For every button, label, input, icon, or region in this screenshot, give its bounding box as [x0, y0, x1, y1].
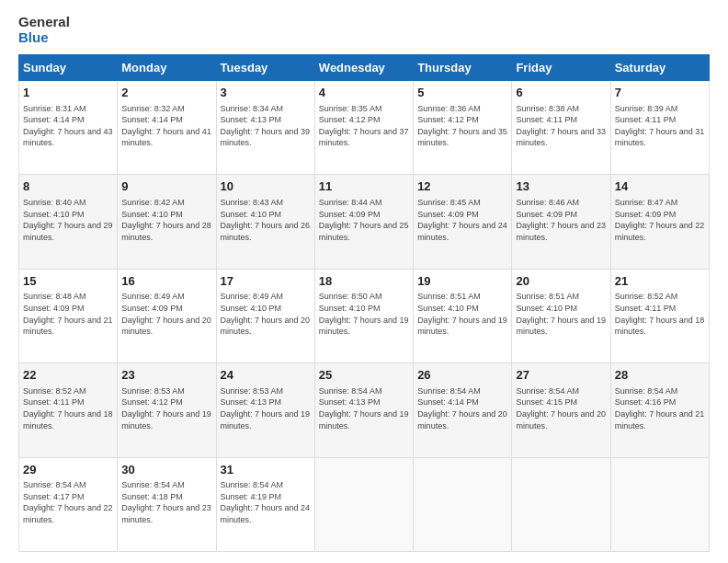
- day-number: 1: [23, 85, 113, 101]
- weekday-header-wednesday: Wednesday: [314, 55, 413, 81]
- logo: General Blue General Blue: [18, 15, 70, 45]
- calendar-cell: 9Sunrise: 8:42 AM Sunset: 4:10 PM Daylig…: [118, 175, 216, 269]
- weekday-header-saturday: Saturday: [610, 55, 709, 81]
- day-number: 22: [23, 367, 113, 384]
- calendar-cell: 27Sunrise: 8:54 AM Sunset: 4:15 PM Dayli…: [512, 363, 610, 457]
- day-number: 8: [23, 178, 113, 195]
- calendar-cell: 2Sunrise: 8:32 AM Sunset: 4:14 PM Daylig…: [118, 81, 216, 175]
- day-number: 30: [121, 462, 211, 478]
- day-info: Sunrise: 8:54 AM Sunset: 4:13 PM Dayligh…: [319, 385, 409, 431]
- day-info: Sunrise: 8:54 AM Sunset: 4:16 PM Dayligh…: [615, 385, 705, 431]
- weekday-header-tuesday: Tuesday: [216, 55, 314, 81]
- weekday-header-row: SundayMondayTuesdayWednesdayThursdayFrid…: [19, 55, 710, 81]
- calendar-week-row: 22Sunrise: 8:52 AM Sunset: 4:11 PM Dayli…: [19, 363, 710, 457]
- day-info: Sunrise: 8:40 AM Sunset: 4:10 PM Dayligh…: [23, 197, 113, 243]
- calendar-cell: 16Sunrise: 8:49 AM Sunset: 4:09 PM Dayli…: [118, 269, 216, 362]
- day-info: Sunrise: 8:54 AM Sunset: 4:18 PM Dayligh…: [121, 479, 211, 525]
- day-info: Sunrise: 8:36 AM Sunset: 4:12 PM Dayligh…: [417, 103, 507, 149]
- calendar-cell: 29Sunrise: 8:54 AM Sunset: 4:17 PM Dayli…: [19, 457, 118, 551]
- calendar-cell: [512, 457, 610, 551]
- day-info: Sunrise: 8:43 AM Sunset: 4:10 PM Dayligh…: [221, 197, 311, 243]
- day-number: 5: [417, 85, 507, 101]
- calendar-cell: 18Sunrise: 8:50 AM Sunset: 4:10 PM Dayli…: [314, 269, 413, 362]
- calendar-week-row: 15Sunrise: 8:48 AM Sunset: 4:09 PM Dayli…: [19, 269, 710, 362]
- day-info: Sunrise: 8:54 AM Sunset: 4:14 PM Dayligh…: [417, 385, 507, 431]
- day-info: Sunrise: 8:54 AM Sunset: 4:17 PM Dayligh…: [23, 479, 113, 525]
- day-info: Sunrise: 8:51 AM Sunset: 4:10 PM Dayligh…: [417, 291, 507, 337]
- calendar-cell: 4Sunrise: 8:35 AM Sunset: 4:12 PM Daylig…: [314, 81, 413, 175]
- calendar-cell: 31Sunrise: 8:54 AM Sunset: 4:19 PM Dayli…: [216, 457, 314, 551]
- day-info: Sunrise: 8:38 AM Sunset: 4:11 PM Dayligh…: [516, 103, 606, 149]
- calendar-cell: 24Sunrise: 8:53 AM Sunset: 4:13 PM Dayli…: [216, 363, 314, 457]
- day-number: 26: [417, 367, 507, 384]
- day-info: Sunrise: 8:35 AM Sunset: 4:12 PM Dayligh…: [319, 103, 409, 149]
- day-info: Sunrise: 8:47 AM Sunset: 4:09 PM Dayligh…: [615, 197, 705, 243]
- day-info: Sunrise: 8:54 AM Sunset: 4:19 PM Dayligh…: [221, 479, 311, 525]
- weekday-header-monday: Monday: [118, 55, 216, 81]
- logo-general: General: [18, 15, 70, 30]
- calendar-cell: 6Sunrise: 8:38 AM Sunset: 4:11 PM Daylig…: [512, 81, 610, 175]
- day-info: Sunrise: 8:48 AM Sunset: 4:09 PM Dayligh…: [23, 291, 113, 337]
- day-info: Sunrise: 8:45 AM Sunset: 4:09 PM Dayligh…: [417, 197, 507, 243]
- calendar-cell: 23Sunrise: 8:53 AM Sunset: 4:12 PM Dayli…: [118, 363, 216, 457]
- calendar-week-row: 29Sunrise: 8:54 AM Sunset: 4:17 PM Dayli…: [19, 457, 710, 551]
- day-info: Sunrise: 8:52 AM Sunset: 4:11 PM Dayligh…: [23, 385, 113, 431]
- calendar-cell: 30Sunrise: 8:54 AM Sunset: 4:18 PM Dayli…: [118, 457, 216, 551]
- day-number: 20: [516, 273, 606, 290]
- day-info: Sunrise: 8:53 AM Sunset: 4:12 PM Dayligh…: [121, 385, 211, 431]
- calendar-cell: 10Sunrise: 8:43 AM Sunset: 4:10 PM Dayli…: [216, 175, 314, 269]
- calendar-week-row: 8Sunrise: 8:40 AM Sunset: 4:10 PM Daylig…: [19, 175, 710, 269]
- day-info: Sunrise: 8:49 AM Sunset: 4:09 PM Dayligh…: [121, 291, 211, 337]
- day-number: 25: [319, 367, 409, 384]
- day-number: 9: [121, 178, 211, 195]
- day-number: 16: [121, 273, 211, 290]
- day-number: 29: [23, 462, 113, 478]
- day-info: Sunrise: 8:44 AM Sunset: 4:09 PM Dayligh…: [319, 197, 409, 243]
- day-number: 14: [615, 178, 705, 195]
- calendar-cell: 12Sunrise: 8:45 AM Sunset: 4:09 PM Dayli…: [414, 175, 512, 269]
- weekday-header-friday: Friday: [512, 55, 610, 81]
- calendar-cell: 17Sunrise: 8:49 AM Sunset: 4:10 PM Dayli…: [216, 269, 314, 362]
- day-number: 18: [319, 273, 409, 290]
- day-number: 28: [615, 367, 705, 384]
- page: General Blue General Blue SundayMondayTu…: [0, 0, 728, 563]
- weekday-header-thursday: Thursday: [414, 55, 512, 81]
- header: General Blue General Blue: [18, 15, 710, 45]
- logo-blue: Blue: [18, 30, 70, 46]
- calendar-cell: [610, 457, 709, 551]
- day-number: 17: [221, 273, 311, 290]
- calendar-cell: 19Sunrise: 8:51 AM Sunset: 4:10 PM Dayli…: [414, 269, 512, 362]
- calendar-cell: 5Sunrise: 8:36 AM Sunset: 4:12 PM Daylig…: [414, 81, 512, 175]
- day-number: 19: [417, 273, 507, 290]
- day-number: 7: [615, 85, 705, 101]
- calendar-cell: 13Sunrise: 8:46 AM Sunset: 4:09 PM Dayli…: [512, 175, 610, 269]
- day-info: Sunrise: 8:39 AM Sunset: 4:11 PM Dayligh…: [615, 103, 705, 149]
- day-info: Sunrise: 8:54 AM Sunset: 4:15 PM Dayligh…: [516, 385, 606, 431]
- day-number: 15: [23, 273, 113, 290]
- day-number: 6: [516, 85, 606, 101]
- calendar-cell: 8Sunrise: 8:40 AM Sunset: 4:10 PM Daylig…: [19, 175, 118, 269]
- calendar-cell: 25Sunrise: 8:54 AM Sunset: 4:13 PM Dayli…: [314, 363, 413, 457]
- day-info: Sunrise: 8:52 AM Sunset: 4:11 PM Dayligh…: [615, 291, 705, 337]
- calendar-table: SundayMondayTuesdayWednesdayThursdayFrid…: [18, 54, 710, 552]
- calendar-cell: 11Sunrise: 8:44 AM Sunset: 4:09 PM Dayli…: [314, 175, 413, 269]
- day-info: Sunrise: 8:32 AM Sunset: 4:14 PM Dayligh…: [121, 103, 211, 149]
- calendar-cell: 7Sunrise: 8:39 AM Sunset: 4:11 PM Daylig…: [610, 81, 709, 175]
- day-number: 3: [221, 85, 311, 101]
- calendar-cell: 28Sunrise: 8:54 AM Sunset: 4:16 PM Dayli…: [610, 363, 709, 457]
- calendar-cell: 22Sunrise: 8:52 AM Sunset: 4:11 PM Dayli…: [19, 363, 118, 457]
- day-number: 21: [615, 273, 705, 290]
- day-number: 11: [319, 178, 409, 195]
- day-info: Sunrise: 8:34 AM Sunset: 4:13 PM Dayligh…: [221, 103, 311, 149]
- calendar-cell: 3Sunrise: 8:34 AM Sunset: 4:13 PM Daylig…: [216, 81, 314, 175]
- calendar-cell: [314, 457, 413, 551]
- calendar-week-row: 1Sunrise: 8:31 AM Sunset: 4:14 PM Daylig…: [19, 81, 710, 175]
- day-number: 24: [221, 367, 311, 384]
- calendar-cell: [414, 457, 512, 551]
- day-number: 27: [516, 367, 606, 384]
- day-info: Sunrise: 8:53 AM Sunset: 4:13 PM Dayligh…: [221, 385, 311, 431]
- day-info: Sunrise: 8:42 AM Sunset: 4:10 PM Dayligh…: [121, 197, 211, 243]
- day-number: 13: [516, 178, 606, 195]
- calendar-cell: 26Sunrise: 8:54 AM Sunset: 4:14 PM Dayli…: [414, 363, 512, 457]
- day-number: 12: [417, 178, 507, 195]
